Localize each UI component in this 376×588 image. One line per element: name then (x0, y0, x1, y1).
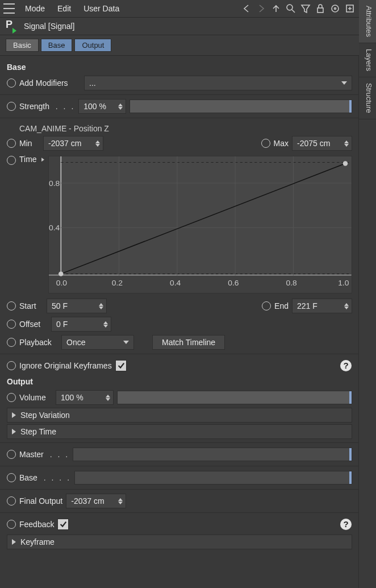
match-timeline-button[interactable]: Match Timeline (152, 335, 225, 350)
start-field[interactable]: 50 F (47, 299, 107, 313)
keyframe-dot[interactable] (7, 139, 16, 148)
help-icon[interactable]: ? (340, 518, 352, 531)
keyframe-dot[interactable] (7, 393, 16, 402)
strength-slider[interactable] (129, 100, 352, 113)
keyframe-dot[interactable] (7, 338, 16, 347)
feedback-checkbox[interactable] (57, 519, 69, 530)
keyframe-dot[interactable] (7, 78, 16, 88)
tab-basic[interactable]: Basic (6, 39, 39, 52)
chevron-right-icon (12, 412, 16, 418)
chevron-down-icon (341, 81, 347, 85)
menu-mode[interactable]: Mode (19, 3, 51, 14)
nav-up-icon[interactable] (270, 3, 282, 14)
sidepanel-tab-layers[interactable]: Layers (359, 43, 376, 77)
signal-icon: P (6, 20, 18, 32)
svg-text:1.0: 1.0 (339, 279, 350, 288)
search-icon[interactable] (285, 3, 296, 14)
help-icon[interactable]: ? (340, 359, 352, 372)
sidepanel-tab-attributes[interactable]: Attributes (359, 0, 376, 43)
keyframe-dot[interactable] (7, 361, 16, 370)
final-output-value: -2037 cm (71, 496, 104, 506)
offset-label: Offset (19, 320, 48, 329)
offset-value: 0 F (56, 320, 68, 329)
base-slider[interactable] (74, 471, 352, 485)
menu-userdata[interactable]: User Data (78, 3, 125, 14)
tab-row: Basic Base Output (0, 35, 359, 56)
target-icon[interactable] (329, 3, 341, 14)
final-output-label: Final Output (19, 496, 62, 506)
keyframe-dot[interactable] (7, 496, 16, 506)
keyframe-dot[interactable] (7, 320, 16, 329)
keyframe-dot[interactable] (7, 450, 16, 459)
base-output-label: Base . . . . (19, 473, 71, 482)
keyframe-dot[interactable] (7, 301, 16, 310)
svg-text:0.2: 0.2 (112, 279, 123, 288)
sidepanel-tab-structure[interactable]: Structure (359, 77, 376, 119)
nav-back-icon[interactable] (241, 3, 252, 14)
keyframe-dot[interactable] (7, 520, 16, 529)
offset-field[interactable]: 0 F (51, 317, 111, 332)
end-value: 221 F (297, 301, 317, 310)
menu-icon[interactable] (3, 3, 15, 14)
keyframe-group[interactable]: Keyframe (7, 535, 352, 549)
keyframe-dot[interactable] (7, 156, 16, 165)
svg-text:0.8: 0.8 (286, 279, 298, 288)
final-output-field[interactable]: -2037 cm (66, 494, 126, 508)
ignore-keyframes-label: Ignore Original Keyframes (19, 361, 112, 370)
volume-slider[interactable] (117, 391, 352, 404)
min-label: Min (19, 139, 40, 148)
keyframe-dot[interactable] (7, 102, 16, 111)
max-field[interactable]: -2075 cm (292, 136, 352, 151)
strength-label: Strength . . . (19, 102, 75, 111)
tab-output[interactable]: Output (74, 39, 111, 52)
svg-text:0.8: 0.8 (49, 179, 60, 188)
svg-point-3 (335, 8, 336, 10)
time-label: Time (19, 155, 45, 164)
volume-field[interactable]: 100 % (56, 390, 114, 405)
min-value: -2037 cm (48, 139, 81, 148)
track-name: CAM_ANIME - Position Z (19, 124, 352, 133)
add-modifiers-select[interactable]: ... (84, 76, 352, 90)
add-modifiers-value: ... (89, 78, 96, 88)
tab-base[interactable]: Base (41, 39, 73, 52)
master-slider[interactable] (73, 448, 352, 461)
time-curve-editor[interactable]: 0.80.4 0.00.2 0.40.6 0.81.0 (48, 156, 352, 293)
group-output-header: Output (7, 377, 352, 386)
min-field[interactable]: -2037 cm (43, 136, 103, 151)
add-modifiers-label: Add Modifiers (19, 78, 81, 88)
start-label: Start (19, 301, 43, 310)
keyframe-dot[interactable] (262, 301, 271, 310)
new-window-icon[interactable] (344, 3, 356, 14)
svg-point-0 (287, 5, 293, 10)
step-variation-label: Step Variation (20, 411, 70, 420)
volume-value: 100 % (61, 393, 83, 402)
end-field[interactable]: 221 F (292, 299, 352, 313)
group-base-header: Base (7, 63, 352, 72)
ignore-keyframes-checkbox[interactable] (115, 360, 127, 371)
nav-forward-icon[interactable] (256, 3, 267, 14)
svg-text:0.0: 0.0 (56, 279, 68, 288)
menubar: Mode Edit User Data (0, 0, 359, 18)
object-title: Signal [Signal] (24, 22, 75, 31)
step-variation-group[interactable]: Step Variation (7, 408, 352, 423)
svg-point-18 (343, 161, 348, 165)
svg-text:0.6: 0.6 (228, 279, 240, 288)
keyframe-dot[interactable] (261, 139, 270, 148)
playback-select[interactable]: Once (61, 335, 134, 350)
strength-field[interactable]: 100 % (78, 99, 126, 114)
master-label: Master . . . (19, 450, 69, 459)
step-time-group[interactable]: Step Time (7, 424, 352, 439)
keyframe-dot[interactable] (7, 473, 16, 482)
chevron-down-icon (123, 341, 129, 344)
volume-label: Volume (19, 393, 52, 402)
max-value: -2075 cm (297, 139, 330, 148)
chevron-right-icon (12, 429, 16, 434)
feedback-label: Feedback (19, 520, 54, 529)
filter-icon[interactable] (300, 3, 311, 14)
step-time-label: Step Time (20, 427, 56, 436)
menu-edit[interactable]: Edit (52, 3, 77, 14)
lock-icon[interactable] (315, 3, 326, 14)
svg-point-2 (332, 5, 339, 12)
end-label: End (274, 301, 289, 310)
svg-point-17 (59, 271, 64, 276)
